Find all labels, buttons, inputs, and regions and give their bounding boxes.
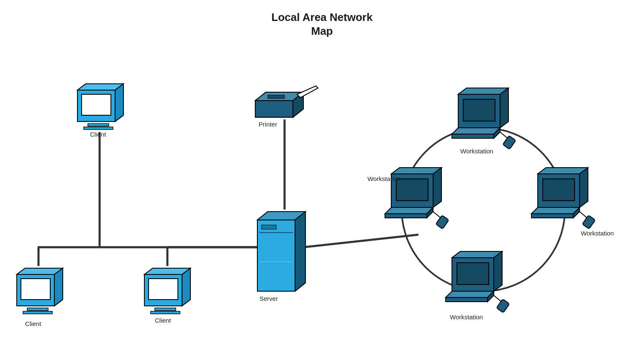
workstation-label: Workstation (450, 313, 483, 321)
client-icon (144, 268, 190, 314)
printer-label: Printer (259, 121, 277, 128)
client-label: Client (90, 131, 106, 138)
workstation-icon (446, 251, 510, 313)
client-label: Client (25, 320, 41, 327)
diagram-canvas (0, 0, 644, 357)
workstation-icon (452, 88, 516, 149)
links (38, 119, 418, 266)
server-icon (257, 212, 305, 291)
diagram-title: Local Area Network Map (0, 10, 644, 38)
svg-line-36 (303, 235, 418, 247)
title-line2: Map (311, 25, 333, 37)
title-line1: Local Area Network (272, 11, 373, 23)
workstation-label: Workstation (460, 147, 493, 155)
workstation-label: Workstation (581, 230, 614, 237)
client-label: Client (155, 317, 171, 324)
client-icon (77, 84, 123, 129)
client-icon (17, 268, 63, 314)
server-label: Server (259, 295, 278, 302)
printer-icon (255, 86, 318, 117)
workstation-icon (531, 168, 595, 229)
workstation-label: Workstation (367, 175, 400, 182)
